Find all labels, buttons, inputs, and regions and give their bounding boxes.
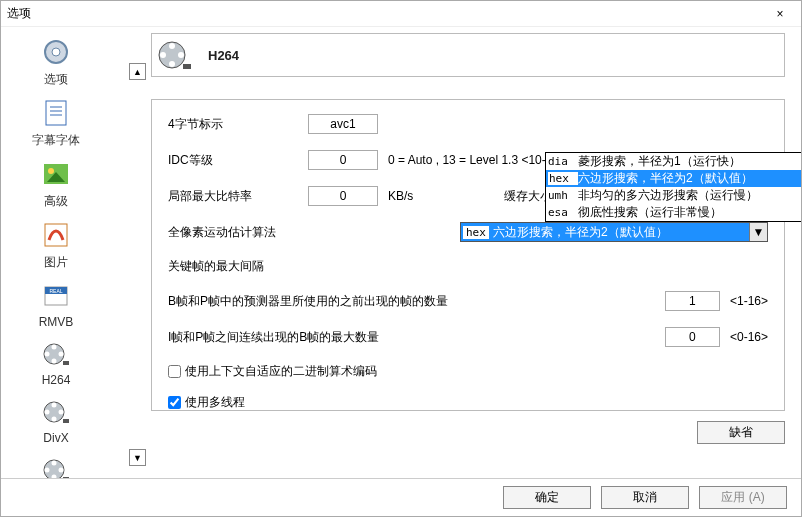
page-header: H264 bbox=[151, 33, 785, 77]
sidebar-item-rmvb[interactable]: REAL RMVB bbox=[16, 277, 96, 331]
film-reel-icon bbox=[39, 453, 73, 478]
svg-point-33 bbox=[169, 61, 175, 67]
bp-predictor-input[interactable] bbox=[665, 291, 720, 311]
cache-size-label: 缓存大小 bbox=[484, 188, 552, 205]
ip-bframe-input[interactable] bbox=[665, 327, 720, 347]
option-text: 非均匀的多六边形搜索（运行慢） bbox=[578, 187, 758, 204]
svg-point-16 bbox=[45, 352, 50, 357]
sidebar-item-advanced[interactable]: 高级 bbox=[16, 155, 96, 212]
idc-level-label: IDC等级 bbox=[168, 152, 308, 169]
option-code: hex bbox=[548, 172, 578, 185]
sidebar-item-label: 图片 bbox=[44, 254, 68, 271]
sidebar: 选项 字幕字体 高级 图片 REAL RMVB H264 bbox=[1, 27, 111, 478]
default-button-wrap: 缺省 bbox=[697, 421, 785, 444]
dropdown-option-dia[interactable]: dia 菱形搜索，半径为1（运行快） bbox=[546, 153, 801, 170]
local-max-bitrate-unit: KB/s bbox=[388, 189, 444, 203]
fourcc-input[interactable] bbox=[308, 114, 378, 134]
options-window: 选项 × ▲ 选项 字幕字体 高级 图片 REAL RMVB bbox=[0, 0, 802, 517]
sidebar-item-label: 选项 bbox=[44, 71, 68, 88]
page-title: H264 bbox=[208, 48, 239, 63]
svg-rect-2 bbox=[46, 101, 66, 125]
sidebar-item-picture[interactable]: 图片 bbox=[16, 216, 96, 273]
svg-point-14 bbox=[52, 345, 57, 350]
fullpixel-me-select[interactable]: hex 六边形搜索，半径为2（默认值） ▼ bbox=[460, 222, 768, 242]
svg-point-26 bbox=[52, 461, 57, 466]
film-reel-icon bbox=[152, 33, 196, 77]
dropdown-option-umh[interactable]: umh 非均匀的多六边形搜索（运行慢） bbox=[546, 187, 801, 204]
sidebar-item-label: H264 bbox=[42, 373, 71, 387]
sidebar-item-options[interactable]: 选项 bbox=[16, 33, 96, 90]
close-icon[interactable]: × bbox=[765, 7, 795, 21]
svg-point-22 bbox=[45, 410, 50, 415]
idc-level-note: 0 = Auto , 13 = Level 1.3 <10-51> bbox=[388, 153, 566, 167]
window-body: ▲ 选项 字幕字体 高级 图片 REAL RMVB bbox=[1, 27, 801, 478]
cancel-button[interactable]: 取消 bbox=[601, 486, 689, 509]
sidebar-item-divx[interactable]: DivX bbox=[16, 393, 96, 447]
sidebar-item-xvid[interactable]: Xvid bbox=[16, 451, 96, 478]
svg-point-29 bbox=[59, 468, 64, 473]
svg-point-17 bbox=[59, 352, 64, 357]
bp-predictor-range: <1-16> bbox=[730, 294, 768, 308]
select-text: 六边形搜索，半径为2（默认值） bbox=[493, 224, 767, 241]
local-max-bitrate-label: 局部最大比特率 bbox=[168, 188, 308, 205]
dropdown-option-esa[interactable]: esa 彻底性搜索（运行非常慢） bbox=[546, 204, 801, 221]
fullpixel-me-dropdown[interactable]: dia 菱形搜索，半径为1（运行快） hex 六边形搜索，半径为2（默认值） u… bbox=[545, 152, 801, 222]
sidebar-item-label: DivX bbox=[43, 431, 68, 445]
keyframe-interval-label: 关键帧的最大间隔 bbox=[168, 258, 264, 275]
svg-point-28 bbox=[45, 468, 50, 473]
photo-icon bbox=[39, 157, 73, 191]
local-max-bitrate-input[interactable] bbox=[308, 186, 378, 206]
option-code: esa bbox=[548, 206, 578, 219]
main-panel: H264 4字节标示 IDC等级 0 = Auto , 13 = Level 1… bbox=[111, 27, 801, 478]
film-reel-icon bbox=[39, 395, 73, 429]
sidebar-item-label: RMVB bbox=[39, 315, 74, 329]
paint-icon bbox=[39, 218, 73, 252]
gear-icon bbox=[39, 35, 73, 69]
document-icon bbox=[39, 96, 73, 130]
svg-point-21 bbox=[52, 417, 57, 422]
option-text: 六边形搜索，半径为2（默认值） bbox=[578, 170, 753, 187]
sidebar-item-label: 字幕字体 bbox=[32, 132, 80, 149]
option-text: 菱形搜索，半径为1（运行快） bbox=[578, 153, 741, 170]
ip-bframe-label: I帧和P帧之间连续出现的B帧的最大数量 bbox=[168, 329, 379, 346]
ok-button[interactable]: 确定 bbox=[503, 486, 591, 509]
svg-point-32 bbox=[169, 43, 175, 49]
option-code: umh bbox=[548, 189, 578, 202]
apply-button[interactable]: 应用 (A) bbox=[699, 486, 787, 509]
svg-point-35 bbox=[178, 52, 184, 58]
bp-predictor-label: B帧和P帧中的预测器里所使用的之前出现的帧的数量 bbox=[168, 293, 448, 310]
idc-level-input[interactable] bbox=[308, 150, 378, 170]
sidebar-item-h264[interactable]: H264 bbox=[16, 335, 96, 389]
titlebar: 选项 × bbox=[1, 1, 801, 27]
svg-rect-24 bbox=[63, 419, 69, 423]
sidebar-item-subtitle-font[interactable]: 字幕字体 bbox=[16, 94, 96, 151]
cabac-label: 使用上下文自适应的二进制算术编码 bbox=[185, 363, 377, 380]
real-icon: REAL bbox=[39, 279, 73, 313]
svg-rect-9 bbox=[45, 224, 67, 246]
fullpixel-me-label: 全像素运动估计算法 bbox=[168, 224, 308, 241]
sidebar-item-label: 高级 bbox=[44, 193, 68, 210]
window-title: 选项 bbox=[7, 5, 31, 22]
svg-rect-36 bbox=[183, 64, 191, 69]
svg-point-7 bbox=[48, 168, 54, 174]
svg-point-23 bbox=[59, 410, 64, 415]
cabac-checkbox[interactable] bbox=[168, 365, 181, 378]
select-code: hex bbox=[463, 226, 489, 239]
chevron-down-icon: ▼ bbox=[749, 223, 767, 241]
settings-form: 4字节标示 IDC等级 0 = Auto , 13 = Level 1.3 <1… bbox=[151, 99, 785, 411]
svg-text:REAL: REAL bbox=[49, 288, 62, 294]
svg-point-34 bbox=[160, 52, 166, 58]
svg-point-15 bbox=[52, 359, 57, 364]
film-reel-icon bbox=[39, 337, 73, 371]
option-text: 彻底性搜索（运行非常慢） bbox=[578, 204, 722, 221]
dropdown-option-hex[interactable]: hex 六边形搜索，半径为2（默认值） bbox=[546, 170, 801, 187]
svg-rect-18 bbox=[63, 361, 69, 365]
svg-point-1 bbox=[52, 48, 60, 56]
multithread-label: 使用多线程 bbox=[185, 394, 245, 411]
svg-point-20 bbox=[52, 403, 57, 408]
ip-bframe-range: <0-16> bbox=[730, 330, 768, 344]
option-code: dia bbox=[548, 155, 578, 168]
multithread-checkbox[interactable] bbox=[168, 396, 181, 409]
fourcc-label: 4字节标示 bbox=[168, 116, 308, 133]
default-button[interactable]: 缺省 bbox=[697, 421, 785, 444]
